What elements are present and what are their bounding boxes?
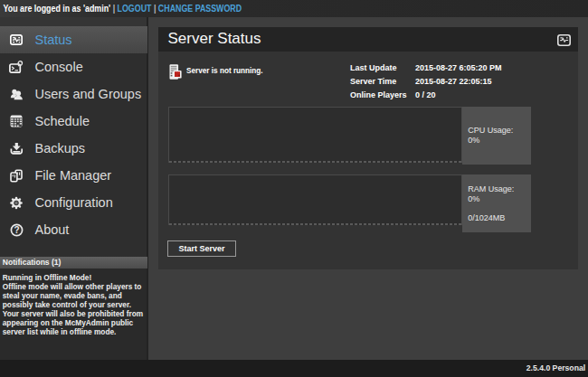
svg-text:?: ? <box>14 225 19 235</box>
